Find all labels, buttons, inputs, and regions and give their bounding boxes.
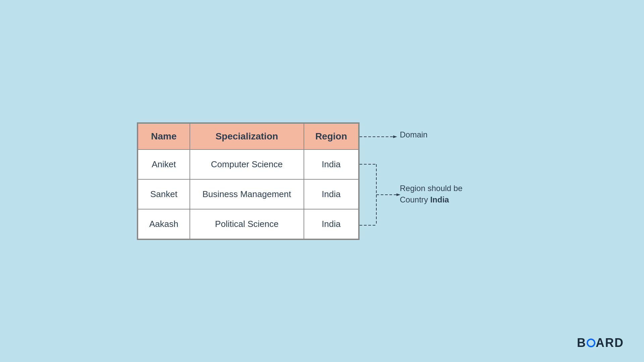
cell-region-2: India — [304, 179, 359, 209]
logo-b: B — [577, 336, 586, 350]
cell-spec-2: Business Management — [190, 179, 304, 209]
cell-spec-1: Computer Science — [190, 149, 304, 179]
cell-name-3: Aakash — [138, 209, 190, 239]
data-table: Name Specialization Region Aniket Comput… — [138, 123, 359, 239]
table-row: Aakash Political Science India — [138, 209, 359, 239]
annotation-region: Region should be Country India — [400, 183, 463, 205]
table-wrapper: Name Specialization Region Aniket Comput… — [137, 122, 360, 240]
main-container: Name Specialization Region Aniket Comput… — [137, 121, 507, 241]
cell-spec-3: Political Science — [190, 209, 304, 239]
svg-marker-1 — [393, 135, 397, 138]
table-row: Aniket Computer Science India — [138, 149, 359, 179]
annotation-area: Domain Region should be Country India — [360, 121, 507, 241]
logo-ard: ARD — [596, 336, 624, 350]
col-header-name: Name — [138, 123, 190, 149]
cell-name-1: Aniket — [138, 149, 190, 179]
table-row: Sanket Business Management India — [138, 179, 359, 209]
cell-name-2: Sanket — [138, 179, 190, 209]
cell-region-1: India — [304, 149, 359, 179]
annotation-domain: Domain — [400, 130, 428, 139]
col-header-specialization: Specialization — [190, 123, 304, 149]
board-logo: BARD — [577, 336, 624, 350]
col-header-region: Region — [304, 123, 359, 149]
cell-region-3: India — [304, 209, 359, 239]
annotation-svg — [360, 121, 507, 241]
logo-o-icon — [587, 339, 595, 347]
